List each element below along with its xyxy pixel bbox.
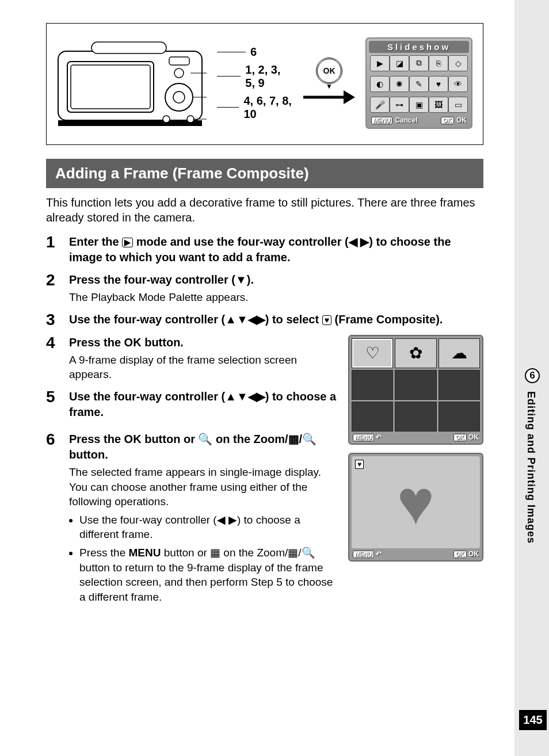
- callout-labels: 6 1, 2, 3, 5, 9 4, 6, 7, 8, 10: [217, 41, 293, 125]
- palette-redeye-icon: 👁: [448, 76, 468, 92]
- step-title: Use the four-way controller (▲▼◀▶) to se…: [69, 312, 483, 327]
- palette-resize-icon: ◪: [390, 55, 409, 71]
- arrow-icon: [303, 89, 355, 108]
- palette-bright-icon: ✺: [390, 76, 409, 92]
- step-number: 2: [46, 272, 69, 305]
- palette-voice-icon: 🎤: [370, 97, 390, 113]
- frame-single-preview: ♥ ♥ MENU↶ OKOK: [348, 453, 483, 562]
- step-2: 2 Press the four-way controller (▼). The…: [46, 272, 483, 305]
- frame-grid-preview: ♡ ✿ ☁ MENU↶ OKOK: [348, 335, 483, 445]
- ok-glyph: OK: [124, 433, 142, 445]
- heart-frame-shape: ♥: [397, 471, 434, 534]
- step-title: Enter the ▶ mode and use the four-way co…: [69, 234, 483, 265]
- page-number: 145: [519, 710, 547, 730]
- palette-play-icon: ▶: [370, 55, 390, 71]
- ok-arrow-group: OK: [303, 58, 355, 108]
- mini-ok-hint: OKOK: [453, 550, 479, 558]
- lcd-ok-hint: OKOK: [441, 116, 467, 124]
- mini-ok-hint: OKOK: [453, 433, 479, 441]
- menu-glyph: MENU: [129, 547, 161, 559]
- frame-thumb-empty: [352, 402, 393, 432]
- step-title: Press the OK button or 🔍 on the Zoom/▦/🔍…: [69, 432, 340, 463]
- palette-dpof-icon: ▣: [409, 97, 429, 113]
- playback-mode-icon: ▶: [122, 238, 133, 247]
- step-title: Press the OK button.: [69, 335, 340, 350]
- ok-button-icon: OK: [316, 58, 342, 84]
- intro-text: This function lets you add a decorative …: [46, 195, 483, 225]
- palette-movie-icon: ✎: [409, 76, 429, 92]
- svg-rect-1: [58, 120, 202, 126]
- frame-thumb-empty: [395, 370, 436, 400]
- step-6: 6 Press the OK button or 🔍 on the Zoom/▦…: [46, 432, 340, 608]
- svg-rect-3: [71, 65, 150, 109]
- step-number: 3: [46, 312, 69, 328]
- page-content: 6 1, 2, 3, 5, 9 4, 6, 7, 8, 10 OK Slides…: [0, 0, 506, 608]
- svg-rect-10: [92, 42, 166, 54]
- heart-badge-icon: ♥: [355, 460, 364, 469]
- frame-thumb-empty: [439, 402, 480, 432]
- step-number: 6: [46, 432, 69, 608]
- step-5: 5 Use the four-way controller (▲▼◀▶) to …: [46, 389, 340, 420]
- palette-copy-icon: ⎘: [429, 55, 448, 71]
- svg-point-8: [163, 116, 170, 123]
- step-desc: A 9-frame display of the frame selection…: [69, 353, 340, 382]
- frame-thumb-empty: [439, 370, 480, 400]
- step-title: Use the four-way controller (▲▼◀▶) to ch…: [69, 389, 340, 420]
- step6-bullet-2: Press the MENU button or ▦ on the Zoom/▦…: [79, 545, 340, 605]
- step-number: 5: [46, 389, 69, 420]
- ok-glyph: OK: [124, 336, 142, 349]
- right-sidebar: 6 Editing and Printing Images 145: [514, 0, 549, 756]
- step-title: Press the four-way controller (▼).: [69, 272, 483, 288]
- palette-crop-icon: ⧉: [409, 55, 429, 71]
- svg-rect-7: [169, 57, 189, 65]
- palette-extra-icon: ▭: [448, 97, 468, 113]
- chapter-number-badge: 6: [525, 368, 540, 383]
- palette-startup-icon: 🖼: [429, 97, 448, 113]
- frame-thumb-3: ☁: [439, 338, 480, 368]
- mini-menu-hint: MENU↶: [353, 433, 382, 441]
- svg-marker-15: [344, 90, 355, 104]
- frame-thumb-1: ♡: [352, 338, 393, 368]
- callout-2: 1, 2, 3, 5, 9: [245, 63, 293, 90]
- steps-list: 1 Enter the ▶ mode and use the four-way …: [46, 234, 483, 608]
- step-desc: The Playback Mode Palette appears.: [69, 290, 483, 305]
- step-1: 1 Enter the ▶ mode and use the four-way …: [46, 234, 483, 265]
- side-figures: ♡ ✿ ☁ MENU↶ OKOK ♥ ♥: [348, 335, 483, 570]
- frame-thumb-2: ✿: [395, 338, 436, 368]
- mini-menu-hint: MENU↶: [353, 550, 382, 558]
- lcd-palette-preview: Slideshow ▶ ◪ ⧉ ⎘ ◇ ◐ ✺ ✎ ♥ 👁 🎤 ⊶ ▣ 🖼 ▭: [365, 37, 472, 129]
- chapter-title: Editing and Printing Images: [525, 391, 537, 544]
- camera-illustration: [57, 34, 207, 132]
- callout-1: 6: [250, 45, 257, 59]
- frame-thumb-empty: [352, 370, 393, 400]
- palette-protect-icon: ⊶: [390, 97, 409, 113]
- svg-point-6: [174, 68, 184, 78]
- step-desc: The selected frame appears in single-ima…: [69, 465, 340, 605]
- step-4: 4 Press the OK button. A 9-frame display…: [46, 335, 340, 382]
- step-number: 1: [46, 234, 69, 265]
- step-number: 4: [46, 335, 69, 382]
- callout-3: 4, 6, 7, 8, 10: [243, 94, 293, 121]
- palette-rotate-icon: ◇: [448, 55, 468, 71]
- lcd-menu-hint: MENUCancel: [371, 116, 418, 124]
- step-3: 3 Use the four-way controller (▲▼◀▶) to …: [46, 312, 483, 328]
- section-heading: Adding a Frame (Frame Composite): [46, 159, 483, 188]
- top-figure: 6 1, 2, 3, 5, 9 4, 6, 7, 8, 10 OK Slides…: [46, 23, 483, 145]
- frame-composite-icon: ♥: [322, 315, 331, 325]
- frame-thumb-empty: [395, 402, 436, 432]
- palette-frame-icon: ♥: [429, 76, 448, 92]
- step6-bullet-1: Use the four-way controller (◀ ▶) to cho…: [79, 513, 340, 542]
- lcd-title: Slideshow: [369, 41, 469, 53]
- palette-filter-icon: ◐: [370, 76, 390, 92]
- svg-point-5: [173, 91, 185, 103]
